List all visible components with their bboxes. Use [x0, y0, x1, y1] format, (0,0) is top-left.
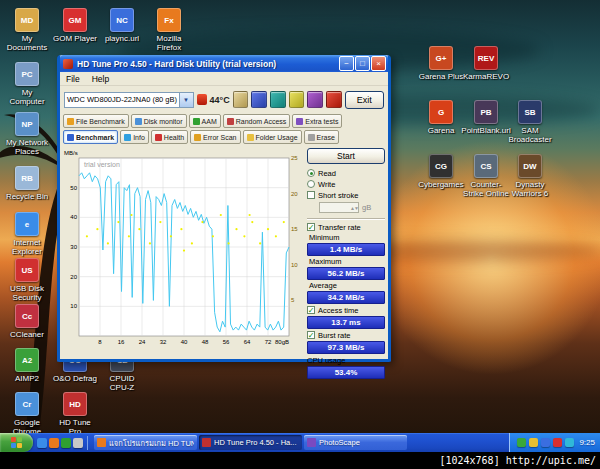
- access-time-value: 13.7 ms: [307, 316, 385, 329]
- maximize-button[interactable]: □: [355, 56, 370, 71]
- tab-aam[interactable]: AAM: [189, 114, 221, 128]
- camera-icon[interactable]: [270, 91, 286, 108]
- short-stroke-option[interactable]: Short stroke: [307, 190, 385, 200]
- desktop-shortcut-garena-plus[interactable]: G+Garena Plus: [418, 46, 464, 81]
- tab-folder-usage[interactable]: Folder Usage: [243, 130, 302, 144]
- svg-text:25: 25: [291, 155, 298, 161]
- close-button[interactable]: ×: [371, 56, 386, 71]
- desktop-shortcut-counter-strike-online[interactable]: CSCounter-Strike Online: [463, 154, 509, 198]
- menu-help[interactable]: Help: [92, 74, 109, 84]
- burst-rate-value: 97.3 MB/s: [307, 341, 385, 354]
- desktop-shortcut-mozilla-firefox[interactable]: FxMozilla Firefox: [146, 8, 192, 52]
- svg-text:MB/s: MB/s: [64, 150, 78, 156]
- read-option[interactable]: Read: [307, 168, 385, 178]
- network-icon[interactable]: [541, 438, 550, 447]
- write-option[interactable]: Write: [307, 179, 385, 189]
- desktop-shortcut-internet-explorer[interactable]: eInternet Explorer: [4, 212, 50, 256]
- taskbar-task-2[interactable]: HD Tune Pro 4.50 - Ha...: [199, 435, 302, 450]
- minimize-button[interactable]: −: [339, 56, 354, 71]
- show-desktop-icon[interactable]: [61, 438, 71, 448]
- desktop-shortcut-ccleaner[interactable]: CcCCleaner: [4, 304, 50, 339]
- desktop-shortcut-my-network-places[interactable]: NPMy Network Places: [4, 112, 50, 156]
- desktop-shortcut-hd-tune-pro[interactable]: HDHD Tune Pro: [52, 392, 98, 436]
- spinner-icon[interactable]: ▲▼: [350, 205, 358, 211]
- taskbar-task-3[interactable]: PhotoScape: [304, 435, 407, 450]
- desktop-shortcut-label: KarmaREVO: [463, 72, 509, 81]
- tab-erase[interactable]: Erase: [304, 130, 339, 144]
- aimp2-icon: A2: [15, 348, 39, 372]
- desktop-shortcut-garena[interactable]: GGarena: [418, 100, 464, 135]
- drive-select[interactable]: WDC WD800JD-22JNA0 (80 gB) ▼: [64, 92, 194, 108]
- desktop-shortcut-usb-disk-security[interactable]: USUSB Disk Security: [4, 258, 50, 302]
- antivirus-tray-icon[interactable]: [517, 438, 526, 447]
- save-icon[interactable]: [251, 91, 267, 108]
- desktop-shortcut-my-computer[interactable]: PCMy Computer: [4, 62, 50, 106]
- copy-screenshot-icon[interactable]: [233, 91, 249, 108]
- access-time-label: Access time: [318, 306, 358, 315]
- firefox-quicklaunch-icon[interactable]: [49, 438, 59, 448]
- desktop-shortcut-my-documents[interactable]: MDMy Documents: [4, 8, 50, 52]
- desktop-shortcut-label: GOM Player: [53, 34, 97, 43]
- task-label: แจกโปรแกรมเกม HD TUN...: [109, 437, 194, 449]
- tab-label: File Benchmark: [76, 118, 125, 125]
- taskbar-task-1[interactable]: แจกโปรแกรมเกม HD TUN...: [94, 435, 197, 450]
- options-gear-icon[interactable]: [289, 91, 305, 108]
- help-icon[interactable]: [307, 91, 323, 108]
- burst-rate-label: Burst rate: [318, 331, 351, 340]
- short-stroke-checkbox: [307, 191, 315, 199]
- desktop-shortcut-karmarevo[interactable]: REVKarmaREVO: [463, 46, 509, 81]
- messenger-tray-icon[interactable]: [565, 438, 574, 447]
- desktop-shortcut-recycle-bin[interactable]: RBRecycle Bin: [4, 166, 50, 201]
- tab-extra-tests[interactable]: Extra tests: [292, 114, 342, 128]
- menu-file[interactable]: File: [66, 74, 80, 84]
- internet-explorer-quicklaunch-icon[interactable]: [37, 438, 47, 448]
- drive-select-value: WDC WD800JD-22JNA0 (80 gB): [67, 95, 177, 104]
- tab-label: Disk monitor: [144, 118, 183, 125]
- start-benchmark-button[interactable]: Start: [307, 148, 385, 164]
- menu-bar: File Help: [60, 72, 388, 86]
- transfer-rate-checkbox: ✓: [307, 223, 315, 231]
- short-stroke-size-row: ▲▼ gB: [307, 201, 385, 214]
- short-stroke-label: Short stroke: [318, 191, 358, 200]
- info-icon[interactable]: [326, 91, 342, 108]
- tab-icon: [155, 134, 162, 141]
- tab-health[interactable]: Health: [151, 130, 188, 144]
- tab-info[interactable]: Info: [120, 130, 149, 144]
- desktop-shortcut-gom-player[interactable]: GMGOM Player: [52, 8, 98, 43]
- tab-label: Health: [164, 134, 184, 141]
- access-time-option[interactable]: ✓ Access time: [307, 305, 385, 315]
- tab-benchmark[interactable]: Benchmark: [63, 130, 118, 144]
- tab-error-scan[interactable]: Error Scan: [190, 130, 240, 144]
- short-stroke-size-input[interactable]: ▲▼: [319, 202, 359, 213]
- tab-icon: [227, 118, 234, 125]
- desktop-shortcut-label: Recycle Bin: [6, 192, 48, 201]
- desktop-shortcut-cybergames[interactable]: CGCybergames: [418, 154, 464, 189]
- tab-icon: [67, 134, 74, 141]
- desktop-shortcut-plaync[interactable]: NCplaync.url: [99, 8, 145, 43]
- desktop-shortcut-pointblank[interactable]: PBPointBlank.url: [463, 100, 509, 135]
- volume-icon[interactable]: [529, 438, 538, 447]
- tab-icon: [124, 134, 131, 141]
- tab-random-access[interactable]: Random Access: [223, 114, 291, 128]
- desktop-shortcut-sam-broadcaster[interactable]: SBSAM Broadcaster: [507, 100, 553, 144]
- my-network-places-icon: NP: [15, 112, 39, 136]
- svg-text:40: 40: [181, 339, 188, 345]
- titlebar[interactable]: HD Tune Pro 4.50 - Hard Disk Utility (tr…: [60, 55, 388, 72]
- desktop-shortcut-dynasty-warriors-6[interactable]: DWDynasty Warriors 6: [507, 154, 553, 198]
- desktop-shortcut-aimp2[interactable]: A2AIMP2: [4, 348, 50, 383]
- svg-text:10: 10: [291, 262, 298, 268]
- transfer-rate-option[interactable]: ✓ Transfer rate: [307, 222, 385, 232]
- exit-button[interactable]: Exit: [345, 91, 384, 109]
- svg-text:trial version: trial version: [84, 161, 120, 168]
- hd-tune-pro-icon: HD: [63, 392, 87, 416]
- desktop-shortcut-google-chrome[interactable]: CrGoogle Chrome: [4, 392, 50, 436]
- usb-tray-icon[interactable]: [553, 438, 562, 447]
- tab-label: Info: [133, 134, 145, 141]
- burst-rate-option[interactable]: ✓ Burst rate: [307, 330, 385, 340]
- media-player-quicklaunch-icon[interactable]: [73, 438, 83, 448]
- start-menu-button[interactable]: [0, 433, 33, 452]
- tab-disk-monitor[interactable]: Disk monitor: [131, 114, 187, 128]
- task-buttons: แจกโปรแกรมเกม HD TUN...HD Tune Pro 4.50 …: [94, 435, 409, 450]
- tab-file-benchmark[interactable]: File Benchmark: [63, 114, 129, 128]
- system-tray: 9:25: [509, 433, 600, 452]
